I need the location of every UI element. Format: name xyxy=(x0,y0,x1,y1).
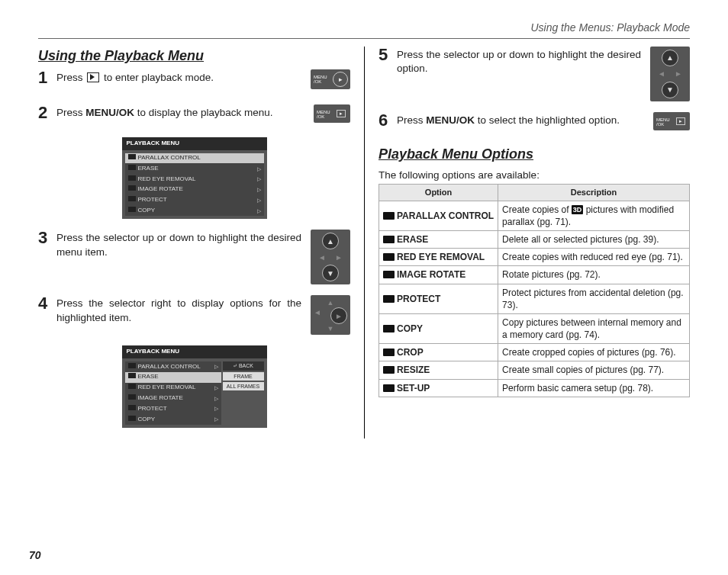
top-rule xyxy=(38,38,690,39)
right-column: 5 Press the selector up or down to highl… xyxy=(364,47,690,438)
menu-title: PLAYBACK MENU xyxy=(122,137,267,150)
dpad-right-active-icon: ► xyxy=(330,307,347,324)
menu-ok-play-button-graphic: MENU /OK ▸ xyxy=(311,69,350,89)
option-desc-cell: Create copies with reduced red eye (pg. … xyxy=(498,249,690,266)
dpad-up-down-icon: ▲ ◄► ▼ xyxy=(311,230,350,284)
step-6-bold: MENU/OK xyxy=(426,114,475,126)
running-header: Using the Menus: Playback Mode xyxy=(38,21,690,34)
menu-row: PROTECT▷ xyxy=(125,403,221,414)
option-desc-cell: Protect pictures from accidental dele­ti… xyxy=(498,284,690,313)
play-icon xyxy=(87,72,99,82)
menu-row: COPY▷ xyxy=(125,414,221,425)
step-1-text: Press to enter playback mode. xyxy=(56,69,301,85)
step-2-text-a: Press xyxy=(56,107,85,118)
play-square-icon: ▸ xyxy=(676,117,685,125)
option-name-cell: ERASE xyxy=(379,230,498,248)
step-2-bold: MENU/OK xyxy=(85,107,134,118)
menu-ok-button-graphic: MENU /OK ▸ xyxy=(314,104,350,123)
play-circle-icon: ▸ xyxy=(333,72,348,87)
table-row: CROPCreate cropped copies of pictures (p… xyxy=(379,344,690,361)
option-name-cell: IMAGE ROTATE xyxy=(379,266,498,284)
option-name-cell: PROTECT xyxy=(379,284,498,313)
heading-playback-menu-options: Playback Menu Options xyxy=(378,145,690,163)
menu-row: PROTECT▷ xyxy=(125,195,264,206)
step-3-graphic: ▲ ◄► ▼ xyxy=(311,230,350,284)
menu-row: RED EYE REMOVAL▷ xyxy=(125,383,221,394)
dpad-mid: ◄► xyxy=(318,252,343,263)
dpad-down-dim-icon: ▼ xyxy=(327,324,334,333)
menu-ok-button-graphic: MENU /OK ▸ xyxy=(653,112,690,130)
step-3: 3 Press the selector up or down to highl… xyxy=(38,230,350,284)
menu-row: RED EYE REMOVAL▷ xyxy=(125,174,264,185)
options-th-desc: Description xyxy=(498,184,690,201)
option-icon xyxy=(383,271,395,278)
menu-row: IMAGE ROTATE▷ xyxy=(125,394,221,404)
step-4: 4 Press the selector right to display op… xyxy=(38,295,350,335)
menu-row: IMAGE ROTATE▷ xyxy=(125,185,264,195)
dpad-up-icon: ▲ xyxy=(322,233,339,249)
step-5-graphic: ▲ ◄► ▼ xyxy=(650,47,690,101)
dpad-up-dim-icon: ▲ xyxy=(327,298,334,307)
left-column: Using the Playback Menu 1 Press to enter… xyxy=(38,47,364,438)
play-square-icon: ▸ xyxy=(337,110,346,117)
table-row: PARALLAX CONTROLCreate copies of 3D pict… xyxy=(379,201,690,230)
option-name-cell: PARALLAX CONTROL xyxy=(379,201,498,230)
dpad-down-icon: ▼ xyxy=(322,265,339,281)
page-number: 70 xyxy=(29,549,41,561)
options-table: Option Description PARALLAX CONTROLCreat… xyxy=(378,184,690,397)
step-5-text: Press the selector up or down to highlig… xyxy=(397,47,641,75)
step-number: 5 xyxy=(378,47,392,63)
step-number: 3 xyxy=(38,230,52,246)
step-4-graphic: ▲ ◄► ▼ xyxy=(311,295,350,335)
playback-menu-screenshot-2: PLAYBACK MENU PARALLAX CONTROL▷ERASE▷RED… xyxy=(122,345,267,428)
step-3-text: Press the selector up or down to highlig… xyxy=(56,230,301,259)
option-desc-cell: Perform basic camera setup (pg. 78). xyxy=(498,379,690,397)
step-6: 6 Press MENU/OK to select the high­light… xyxy=(378,112,690,134)
step-number: 1 xyxy=(38,69,52,86)
submenu-item: ⤶ BACK xyxy=(223,361,264,370)
option-name-cell: RED EYE REMOVAL xyxy=(379,249,498,266)
dpad-down-icon: ▼ xyxy=(662,82,678,98)
dpad-right-icon: ▲ ◄► ▼ xyxy=(311,295,350,335)
menu-row: ERASE▷ xyxy=(125,372,221,383)
dpad-mid: ◄► xyxy=(314,307,347,324)
step-2: 2 Press MENU/OK to display the play­back… xyxy=(38,104,350,127)
table-row: SET-UPPerform basic camera setup (pg. 78… xyxy=(379,379,690,397)
table-row: RESIZECreate small copies of pictures (p… xyxy=(379,361,690,379)
menu-title: PLAYBACK MENU xyxy=(122,345,267,358)
step-6-text-a: Press xyxy=(397,114,426,126)
table-row: COPYCopy pictures between internal memo­… xyxy=(379,313,690,343)
option-desc-cell: Create copies of 3D pictures with modifi… xyxy=(498,201,690,230)
option-desc-cell: Rotate pictures (pg. 72). xyxy=(498,266,690,284)
option-icon xyxy=(383,384,395,392)
option-desc-cell: Copy pictures between internal memo­ry a… xyxy=(498,313,690,343)
option-icon xyxy=(383,325,395,332)
dpad-up-icon: ▲ xyxy=(662,50,678,66)
menu-ok-label: MENU /OK xyxy=(656,117,670,127)
menu-row: PARALLAX CONTROL▷ xyxy=(125,361,221,372)
step-number: 6 xyxy=(378,112,392,129)
option-icon xyxy=(383,295,395,303)
step-2-graphic: MENU /OK ▸ xyxy=(314,104,350,127)
dpad-mid: ◄► xyxy=(658,69,682,79)
option-name-cell: SET-UP xyxy=(379,379,498,397)
option-desc-cell: Delete all or selected pictures (pg. 39)… xyxy=(498,230,690,248)
menu-ok-label: MENU /OK xyxy=(317,110,330,119)
submenu-item: FRAME xyxy=(223,372,264,381)
step-6-text-b: to select the high­lighted option. xyxy=(475,114,620,126)
step-2-text-b: to display the play­back menu. xyxy=(134,107,273,118)
menu-ok-label: MENU /OK xyxy=(314,75,327,84)
menu-row: ERASE▷ xyxy=(125,163,264,174)
step-4-text: Press the selector right to display op­t… xyxy=(56,295,301,324)
table-row: PROTECTProtect pictures from accidental … xyxy=(379,284,690,313)
dpad-up-down-icon: ▲ ◄► ▼ xyxy=(650,47,690,101)
heading-using-playback-menu: Using the Playback Menu xyxy=(38,47,350,65)
table-row: ERASEDelete all or selected pictures (pg… xyxy=(379,230,690,248)
option-icon xyxy=(383,236,395,243)
option-name-cell: COPY xyxy=(379,313,498,343)
step-1-text-b: to enter playback mode. xyxy=(101,72,214,83)
options-th-option: Option xyxy=(379,184,498,201)
step-number: 4 xyxy=(38,295,52,312)
option-name-cell: RESIZE xyxy=(379,361,498,379)
option-icon xyxy=(383,349,395,356)
